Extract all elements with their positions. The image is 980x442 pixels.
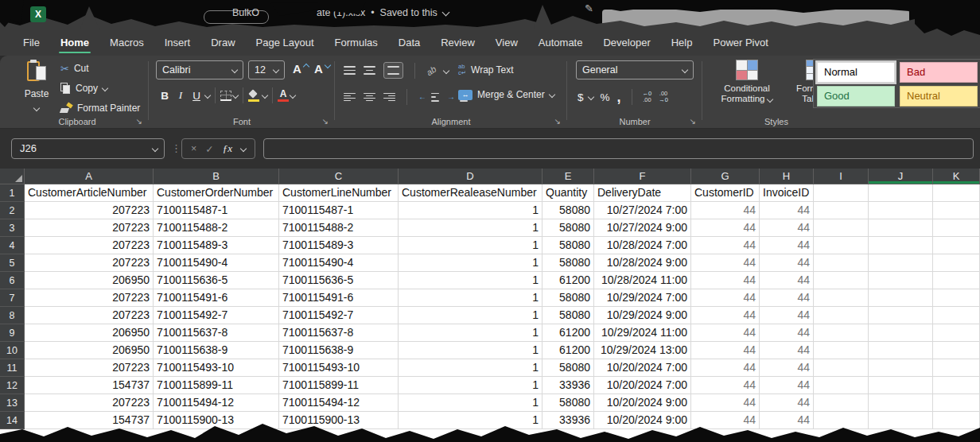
- cell[interactable]: 10/20/2024 7:00: [594, 359, 691, 377]
- copy-button[interactable]: Copy: [60, 83, 107, 94]
- conditional-formatting-button[interactable]: Conditional Formatting: [710, 60, 784, 104]
- column-header-I[interactable]: I: [814, 169, 869, 184]
- cell[interactable]: 7100115491-6: [154, 289, 279, 307]
- align-center-icon[interactable]: [364, 93, 375, 102]
- cell[interactable]: 44: [691, 219, 760, 237]
- clipboard-launcher-icon[interactable]: ↘: [136, 117, 142, 126]
- cell[interactable]: 7100115637-8: [279, 324, 399, 342]
- insert-function-icon[interactable]: ƒx: [223, 142, 232, 155]
- cell[interactable]: 61200: [542, 324, 594, 342]
- cell[interactable]: 154737: [25, 377, 154, 394]
- column-header-F[interactable]: F: [594, 169, 691, 184]
- cell[interactable]: [933, 254, 980, 272]
- select-all-corner[interactable]: [0, 169, 25, 184]
- cell[interactable]: CustomerID: [691, 184, 760, 202]
- cell[interactable]: 7100115637-8: [154, 324, 279, 342]
- cell[interactable]: 33936: [542, 377, 594, 394]
- alignment-launcher-icon[interactable]: ↘: [554, 117, 561, 126]
- cell[interactable]: [933, 237, 980, 254]
- cell[interactable]: 44: [760, 412, 814, 429]
- cell[interactable]: 1: [399, 202, 542, 219]
- cell[interactable]: 7100115899-11: [154, 377, 279, 394]
- row-header-1[interactable]: 1: [0, 184, 25, 202]
- cell[interactable]: 7100115489-3: [279, 237, 399, 254]
- cell[interactable]: [814, 342, 869, 359]
- cell[interactable]: 44: [760, 394, 814, 412]
- cell[interactable]: 44: [760, 202, 814, 219]
- cell[interactable]: [933, 324, 980, 342]
- cell[interactable]: 1: [399, 307, 542, 324]
- cell[interactable]: 58080: [542, 219, 594, 237]
- tab-home[interactable]: Home: [50, 30, 99, 56]
- cell[interactable]: 206950: [25, 272, 154, 289]
- font-size-combo[interactable]: 12: [248, 60, 285, 79]
- cell[interactable]: 44: [760, 377, 814, 394]
- cell[interactable]: 7100115490-4: [279, 254, 399, 272]
- copy-dropdown-icon[interactable]: [102, 85, 108, 91]
- cell[interactable]: 207223: [25, 359, 154, 377]
- merge-center-dropdown-icon[interactable]: [548, 91, 554, 98]
- column-header-C[interactable]: C: [279, 169, 399, 184]
- row-header-9[interactable]: 9: [0, 324, 25, 342]
- comma-style-button[interactable]: ,: [617, 92, 621, 102]
- align-bottom-button-selected[interactable]: [383, 62, 403, 79]
- cell[interactable]: 10/20/2024 9:00: [594, 394, 691, 412]
- cell[interactable]: Quantity: [542, 184, 594, 202]
- tab-draw[interactable]: Draw: [200, 30, 245, 56]
- italic-button[interactable]: I: [173, 89, 188, 102]
- borders-dropdown-icon[interactable]: [232, 92, 239, 99]
- cell[interactable]: [933, 359, 980, 377]
- cell[interactable]: 44: [760, 342, 814, 359]
- percent-button[interactable]: %: [601, 91, 610, 103]
- cell[interactable]: [869, 359, 933, 377]
- cell[interactable]: [933, 394, 980, 412]
- cell[interactable]: 1: [399, 359, 542, 377]
- cell[interactable]: 44: [691, 359, 760, 377]
- font-color-icon[interactable]: A: [278, 90, 289, 102]
- font-launcher-icon[interactable]: ↘: [322, 117, 329, 126]
- row-header-2[interactable]: 2: [0, 202, 25, 219]
- tab-macros[interactable]: Macros: [99, 30, 154, 56]
- search-box[interactable]: [602, 10, 909, 27]
- cell[interactable]: [933, 289, 980, 307]
- tab-automate[interactable]: Automate: [528, 30, 593, 56]
- cell[interactable]: 44: [691, 394, 760, 412]
- cell[interactable]: 7100115900-13: [154, 412, 279, 429]
- underline-button[interactable]: U: [189, 90, 204, 102]
- decrease-indent-button[interactable]: ←: [418, 93, 439, 102]
- cell[interactable]: 44: [691, 254, 760, 272]
- cell[interactable]: 44: [691, 202, 760, 219]
- cell[interactable]: 44: [760, 359, 814, 377]
- cell[interactable]: 7100115494-12: [279, 394, 399, 412]
- cell[interactable]: 44: [691, 412, 760, 429]
- cell[interactable]: 206950: [25, 324, 154, 342]
- cell[interactable]: 7100115899-11: [279, 377, 399, 394]
- cell[interactable]: 61200: [542, 342, 594, 359]
- cell[interactable]: 7100115638-9: [154, 342, 279, 359]
- cell[interactable]: [814, 219, 869, 237]
- cell[interactable]: 44: [691, 342, 760, 359]
- cancel-icon[interactable]: ×: [191, 143, 196, 154]
- cell[interactable]: 154737: [25, 412, 154, 429]
- cell[interactable]: 44: [691, 237, 760, 254]
- cell[interactable]: [814, 237, 869, 254]
- merge-center-button[interactable]: ↔ Merge & Center: [458, 89, 554, 100]
- row-header-10[interactable]: 10: [0, 342, 25, 359]
- cell[interactable]: [869, 219, 933, 237]
- cell[interactable]: [933, 184, 980, 202]
- row-header-11[interactable]: 11: [0, 359, 25, 377]
- cell[interactable]: [814, 184, 869, 202]
- increase-decimal-button[interactable]: ←0.00: [643, 91, 652, 103]
- row-header-5[interactable]: 5: [0, 254, 25, 272]
- cell[interactable]: 58080: [542, 359, 594, 377]
- cell[interactable]: 10/27/2024 7:00: [594, 202, 691, 219]
- format-painter-button[interactable]: Format Painter: [60, 103, 140, 114]
- cell[interactable]: 207223: [25, 394, 154, 412]
- tab-insert[interactable]: Insert: [154, 30, 201, 56]
- cell[interactable]: [869, 184, 933, 202]
- column-header-H[interactable]: H: [760, 169, 814, 184]
- cell[interactable]: [814, 272, 869, 289]
- paste-button[interactable]: Paste: [18, 60, 56, 111]
- cell[interactable]: [814, 324, 869, 342]
- cell[interactable]: 207223: [25, 202, 154, 219]
